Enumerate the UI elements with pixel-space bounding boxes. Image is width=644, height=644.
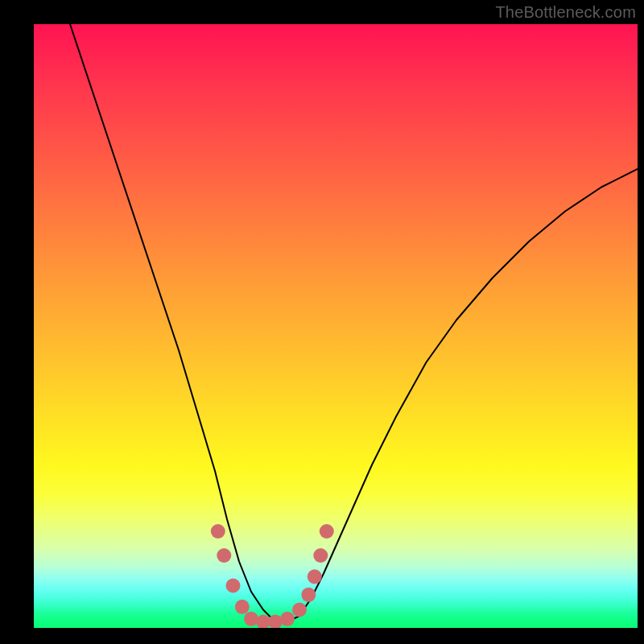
svg-point-12: [320, 524, 334, 539]
svg-point-9: [301, 588, 316, 602]
svg-point-7: [280, 612, 295, 626]
svg-point-10: [308, 569, 322, 584]
curve-layer: [34, 24, 638, 628]
svg-point-1: [217, 548, 231, 563]
svg-point-4: [244, 612, 258, 626]
svg-point-2: [226, 579, 241, 593]
svg-point-8: [292, 603, 307, 617]
svg-point-11: [313, 548, 328, 563]
watermark-label: TheBottleneck.com: [495, 3, 636, 22]
plot-area: [34, 24, 638, 628]
bottleneck-curve: [70, 24, 638, 622]
svg-point-0: [211, 524, 225, 539]
chart-frame: TheBottleneck.com: [0, 0, 644, 644]
svg-point-3: [235, 600, 250, 614]
highlight-dots: [211, 524, 334, 628]
